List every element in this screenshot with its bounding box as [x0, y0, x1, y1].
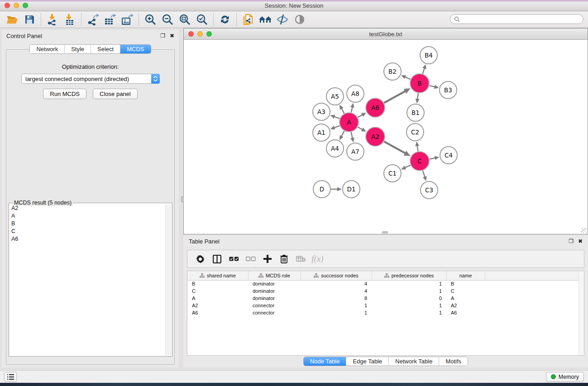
float-panel-button[interactable]: ❐	[569, 238, 574, 244]
tab-mcds[interactable]: MCDS	[120, 45, 150, 53]
network-canvas[interactable]: B4B2BB3A5A8A6A3B1AA1C2A2A4A7C4CC1C3DD1	[184, 40, 588, 234]
graph-edge-A-A7[interactable]	[351, 132, 353, 138]
home-layout-button[interactable]	[257, 12, 274, 27]
graph-node-A4[interactable]: A4	[326, 140, 344, 157]
network-window-titlebar[interactable]: testGlobe.txt	[184, 29, 588, 40]
graph-edge-C-C4[interactable]	[430, 158, 435, 159]
mcds-result-item[interactable]: A	[10, 212, 165, 220]
graph-node-A8[interactable]: A8	[347, 85, 364, 102]
table-settings-button[interactable]	[192, 251, 209, 267]
table-cell[interactable]: 1	[301, 309, 372, 316]
mcds-result-item[interactable]: A2	[10, 205, 165, 212]
graph-edge-A-A4[interactable]	[341, 131, 344, 136]
table-cell[interactable]: C	[446, 287, 485, 295]
table-cell[interactable]: dominator	[248, 287, 301, 295]
table-cell[interactable]: 1	[372, 309, 446, 316]
run-mcds-button[interactable]: Run MCDS	[43, 89, 86, 99]
open-session-button[interactable]	[4, 12, 21, 27]
table-cell[interactable]: C	[187, 287, 248, 295]
graph-node-D1[interactable]: D1	[343, 181, 360, 198]
graph-node-B4[interactable]: B4	[420, 47, 437, 64]
graph-node-C3[interactable]: C3	[421, 181, 438, 199]
graph-edge-A6-B[interactable]	[384, 91, 405, 103]
memory-button[interactable]: Memory	[546, 372, 584, 382]
horizontal-scrollbar-thumb[interactable]	[382, 231, 388, 234]
column-header-successor-nodes[interactable]: successor nodes	[301, 271, 372, 280]
graph-edge-B-B2[interactable]	[405, 77, 411, 79]
graph-node-C1[interactable]: C1	[384, 165, 401, 182]
window-resize-grip[interactable]	[581, 228, 587, 234]
table-cell[interactable]: A	[446, 295, 485, 302]
deselect-all-columns-button[interactable]	[242, 251, 259, 267]
table-cell[interactable]: A	[187, 295, 248, 302]
import-table-button[interactable]	[61, 12, 78, 27]
table-row[interactable]: A2connector11A2	[187, 302, 579, 309]
graph-edge-A-A5[interactable]	[341, 108, 344, 113]
table-row[interactable]: Adominator80A	[187, 295, 579, 302]
zoom-selected-button[interactable]	[193, 12, 210, 27]
graph-edge-C-C1[interactable]	[405, 165, 411, 168]
graph-edge-B-B4[interactable]	[423, 68, 425, 74]
graph-node-A5[interactable]: A5	[326, 88, 344, 105]
zoom-in-button[interactable]	[142, 12, 159, 27]
table-cell[interactable]: A2	[446, 302, 485, 309]
column-header-name[interactable]: name	[446, 271, 485, 280]
table-row[interactable]: Bdominator41B	[187, 280, 579, 287]
graph-edge-C-C2[interactable]	[417, 146, 418, 152]
select-all-columns-button[interactable]	[225, 251, 242, 267]
graph-edge-A-A2[interactable]	[358, 127, 363, 130]
graph-node-A7[interactable]: A7	[347, 143, 364, 160]
refresh-view-button[interactable]	[216, 12, 234, 27]
table-cell[interactable]: A6	[446, 309, 485, 316]
table-cell[interactable]: 1	[301, 302, 372, 309]
network-graph[interactable]: B4B2BB3A5A8A6A3B1AA1C2A2A4A7C4CC1C3DD1	[184, 40, 588, 234]
criterion-dropdown[interactable]: largest connected component (directed)	[21, 74, 160, 84]
table-cell[interactable]: 1	[372, 287, 446, 295]
vertical-scrollbar-thumb[interactable]	[181, 196, 184, 202]
close-panel-button[interactable]: ✖	[578, 238, 583, 244]
table-cell[interactable]: 4	[301, 280, 372, 287]
mcds-result-item[interactable]: A6	[10, 235, 165, 243]
table-cell[interactable]: connector	[248, 309, 301, 316]
table-cell[interactable]: B	[187, 280, 248, 287]
graph-node-D[interactable]: D	[313, 181, 330, 198]
graph-node-A2[interactable]: A2	[366, 127, 385, 146]
graph-node-C4[interactable]: C4	[440, 147, 457, 164]
tab-style[interactable]: Style	[64, 45, 91, 53]
tab-network-table[interactable]: Network Table	[388, 357, 439, 366]
tab-network[interactable]: Network	[30, 45, 64, 53]
table-cell[interactable]: B	[446, 280, 485, 287]
table-cell[interactable]: A6	[187, 309, 248, 316]
function-builder-button-disabled[interactable]: f(x)	[309, 251, 326, 267]
column-header-mcds-role[interactable]: MCDS role	[248, 271, 301, 280]
export-table-button[interactable]	[101, 12, 119, 27]
table-cell[interactable]: 8	[301, 295, 372, 302]
show-column-panel-button[interactable]	[209, 251, 225, 267]
column-header-shared-name[interactable]: shared name	[187, 271, 248, 280]
table-cell[interactable]: 1	[372, 302, 446, 309]
graph-edge-B-B3[interactable]	[429, 86, 435, 87]
export-image-button[interactable]	[119, 12, 136, 27]
graph-node-A3[interactable]: A3	[313, 103, 330, 120]
graph-edge-A-A8[interactable]	[351, 107, 353, 112]
hide-details-button[interactable]	[274, 12, 291, 27]
import-network-button[interactable]	[44, 12, 61, 27]
graph-edge-B-B1[interactable]	[417, 93, 418, 99]
graph-node-C2[interactable]: C2	[406, 124, 424, 141]
zoom-out-button[interactable]	[159, 12, 176, 27]
table-cell[interactable]: dominator	[248, 280, 301, 287]
graph-node-A6[interactable]: A6	[366, 98, 385, 117]
table-cell[interactable]: connector	[248, 302, 301, 309]
delete-column-button[interactable]	[276, 251, 292, 267]
birds-eye-view-button[interactable]	[291, 12, 308, 27]
table-row[interactable]: A6connector11A6	[187, 309, 579, 316]
table-cell[interactable]: 1	[372, 280, 446, 287]
graph-edge-A-A1[interactable]	[334, 126, 339, 128]
delete-table-button-disabled[interactable]	[292, 251, 309, 267]
graph-node-B1[interactable]: B1	[407, 104, 424, 121]
table-scrollbar[interactable]	[578, 271, 584, 355]
search-input[interactable]	[462, 16, 579, 22]
table-cell[interactable]: 0	[372, 295, 446, 302]
export-network-button[interactable]	[84, 12, 101, 27]
column-header-predecessor-nodes[interactable]: predecessor nodes	[372, 271, 446, 280]
